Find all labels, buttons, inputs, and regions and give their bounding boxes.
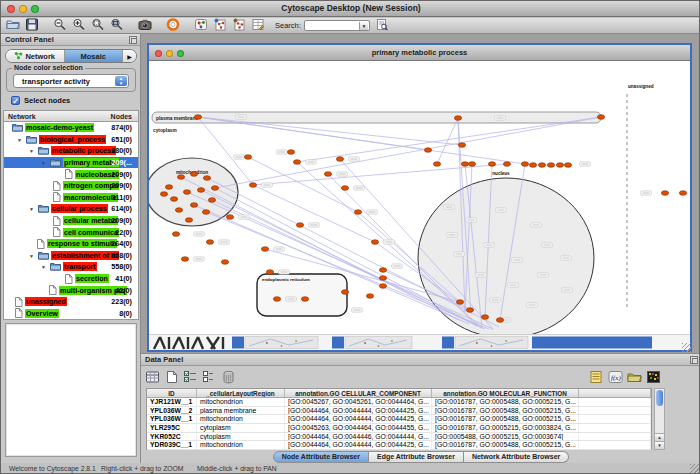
dock-svg[interactable] bbox=[149, 335, 690, 350]
net-overlay-a-icon[interactable] bbox=[213, 17, 227, 34]
select-nodes-checkbox[interactable]: ✓ bbox=[11, 96, 20, 105]
table-cell[interactable]: [GO:0044464, GO:0044444, GO:0044425, G..… bbox=[285, 407, 432, 415]
folder-open-icon[interactable] bbox=[627, 370, 642, 384]
table-cell[interactable]: [GO:0044464, GO:0044444, GO:0044425, G..… bbox=[285, 441, 432, 449]
tree-row-label[interactable]: mosaic-demo-yeast bbox=[25, 123, 94, 132]
table-cell[interactable]: [GO:0016787, GO:0005488, GO:0005215, G..… bbox=[432, 407, 579, 415]
table-cell[interactable]: YDR039C__1 bbox=[147, 441, 197, 449]
tree-row-label[interactable]: macromolecule bbox=[63, 193, 118, 202]
tree-row-label[interactable]: cell communica bbox=[63, 228, 119, 237]
minimized-window-icon[interactable] bbox=[332, 337, 344, 349]
tree-row-label[interactable]: response to stimulu bbox=[47, 239, 117, 248]
tree-row-label[interactable]: secretion bbox=[75, 274, 109, 283]
plasma-membrane-region[interactable] bbox=[152, 112, 601, 123]
table-cell[interactable]: [GO:0045267, GO:0045261, GO:0044464, G..… bbox=[285, 398, 432, 406]
camera-icon[interactable] bbox=[138, 17, 152, 34]
tree-row-label[interactable]: metabolic process bbox=[51, 146, 116, 155]
table-cell[interactable]: [GO:0016787, GO:0005215, GO:0003824, G..… bbox=[432, 424, 579, 432]
network-canvas[interactable]: plasma membranecytoplasmmitochondrionnuc… bbox=[149, 62, 690, 334]
tree-row-label[interactable]: Overview bbox=[25, 309, 59, 318]
table-cell[interactable]: [GO:0016787, GO:0005488, GO:0005215, G..… bbox=[432, 415, 579, 423]
zoom-fit-icon[interactable] bbox=[91, 17, 105, 34]
tree-row[interactable]: ▼metabolic process280(0) bbox=[4, 145, 138, 157]
expand-arrow-icon[interactable]: ▼ bbox=[29, 253, 34, 259]
tree-row[interactable]: macromolecule311(0) bbox=[4, 192, 138, 204]
birds-eye-view[interactable] bbox=[5, 323, 137, 457]
tab-overflow-arrow[interactable]: ▶ bbox=[123, 50, 136, 62]
tree-row-label[interactable]: biological_process bbox=[39, 135, 106, 144]
grid-icon[interactable] bbox=[145, 370, 160, 384]
app-resize-grip[interactable] bbox=[690, 464, 700, 474]
tree-row-label[interactable]: establishment of lo bbox=[51, 251, 119, 260]
table-row[interactable]: YPL036W__2plasma membrane[GO:0044464, GO… bbox=[147, 407, 651, 416]
net-overlay-b-icon[interactable] bbox=[232, 17, 246, 34]
float-panel-icon[interactable] bbox=[129, 36, 137, 44]
column-header[interactable]: annotation.GO MOLECULAR_FUNCTION bbox=[432, 389, 579, 397]
table-scrollbar[interactable]: ▲ ▼ bbox=[654, 388, 665, 450]
trash-icon[interactable] bbox=[221, 370, 236, 384]
table-row[interactable]: YDR039C__1mitochondrion[GO:0044464, GO:0… bbox=[147, 441, 651, 450]
table-cell[interactable]: mitochondrion bbox=[197, 441, 285, 449]
zoom-out-icon[interactable] bbox=[53, 17, 67, 34]
table-cell[interactable]: mitochondrion bbox=[197, 415, 285, 423]
attribute-table[interactable]: ID_cellularLayoutRegionannotation.GO CEL… bbox=[146, 388, 652, 450]
tree-row[interactable]: secretion41(0) bbox=[4, 273, 138, 285]
tree-row[interactable]: cellular metabo209(0) bbox=[4, 215, 138, 227]
minimized-windows-dock[interactable] bbox=[149, 334, 690, 350]
tree-row[interactable]: ▼transport558(0) bbox=[4, 261, 138, 273]
expand-arrow-icon[interactable]: ▼ bbox=[41, 264, 46, 270]
tree-row[interactable]: nitrogen compo209(0) bbox=[4, 180, 138, 192]
tree-row-label[interactable]: primary metabo bbox=[63, 158, 119, 167]
table-cell[interactable]: YKR052C bbox=[147, 433, 197, 441]
float-panel-icon[interactable] bbox=[690, 356, 698, 364]
table-cell[interactable]: mitochondrion bbox=[197, 398, 285, 406]
tab-network-attribute-browser[interactable]: Network Attribute Browser bbox=[464, 451, 569, 463]
node-color-dropdown[interactable]: transporter activity ▲▼ bbox=[13, 74, 129, 88]
zoom-region-icon[interactable] bbox=[110, 17, 124, 34]
minimized-glyphs[interactable] bbox=[154, 337, 223, 349]
table-cell[interactable]: cytoplasm bbox=[197, 433, 285, 441]
expand-arrow-icon[interactable]: ▼ bbox=[29, 206, 34, 212]
minimized-window-bar[interactable] bbox=[532, 337, 652, 349]
tree-row[interactable]: ▼establishment of lo558(0) bbox=[4, 250, 138, 262]
table-cell[interactable]: YLR295C bbox=[147, 424, 197, 432]
tab-network[interactable]: Network bbox=[6, 50, 65, 62]
network-window[interactable]: primary metabolic process plasma membran… bbox=[147, 43, 692, 352]
tree-row[interactable]: unassigned223(0) bbox=[4, 296, 138, 308]
minimized-window-icon[interactable] bbox=[232, 337, 244, 349]
column-header[interactable]: _cellularLayoutRegion bbox=[197, 389, 285, 397]
search-input[interactable]: ▼ bbox=[304, 20, 370, 31]
attribute-table-header[interactable]: ID_cellularLayoutRegionannotation.GO CEL… bbox=[147, 389, 651, 398]
check-list2-icon[interactable] bbox=[202, 370, 217, 384]
tab-mosaic[interactable]: Mosaic bbox=[65, 50, 124, 62]
edit-grid-icon[interactable] bbox=[251, 17, 265, 34]
open-folder-icon[interactable] bbox=[6, 17, 20, 34]
tab-node-attribute-browser[interactable]: Node Attribute Browser bbox=[273, 451, 369, 463]
table-row[interactable]: YKR052Ccytoplasm[GO:0044464, GO:0044446,… bbox=[147, 433, 651, 442]
column-header[interactable]: ID bbox=[147, 389, 197, 397]
scroll-up-icon[interactable]: ▲ bbox=[655, 433, 664, 441]
tree-row-label[interactable]: cellular process bbox=[51, 204, 108, 213]
net-frame-icon[interactable] bbox=[194, 17, 208, 34]
tree-row[interactable]: mosaic-demo-yeast874(0) bbox=[4, 122, 138, 134]
table-cell[interactable]: YPL036W__1 bbox=[147, 415, 197, 423]
table-cell[interactable]: [GO:0044464, GO:0044446, GO:0044444, G..… bbox=[285, 433, 432, 441]
matrix-icon[interactable] bbox=[646, 370, 661, 384]
new-page-icon[interactable] bbox=[164, 370, 179, 384]
table-cell[interactable]: plasma membrane bbox=[197, 407, 285, 415]
expand-arrow-icon[interactable]: ▼ bbox=[29, 148, 34, 154]
table-cell[interactable]: [GO:0044464, GO:0044444, GO:0044425, G..… bbox=[285, 415, 432, 423]
table-cell[interactable]: YPL036W__2 bbox=[147, 407, 197, 415]
help-ring-icon[interactable] bbox=[166, 17, 180, 34]
notes-icon[interactable] bbox=[589, 370, 604, 384]
tree-row[interactable]: Overview8(0) bbox=[4, 308, 138, 320]
tree-row[interactable]: multi-organism pro42(0) bbox=[4, 284, 138, 296]
scrollbar-thumb[interactable] bbox=[656, 390, 663, 406]
dropdown-stepper-icon[interactable]: ▲▼ bbox=[115, 76, 127, 86]
scroll-down-icon[interactable]: ▼ bbox=[655, 441, 664, 449]
tree-row[interactable]: response to stimulu264(0) bbox=[4, 238, 138, 250]
tree-row[interactable]: cell communica22(0) bbox=[4, 226, 138, 238]
table-cell[interactable]: [GO:0005488, GO:0005215, GO:0003674] bbox=[432, 433, 579, 441]
tree-row[interactable]: ▼primary metabo209(... bbox=[4, 157, 138, 169]
tree-row[interactable]: ▼cellular process614(0) bbox=[4, 203, 138, 215]
